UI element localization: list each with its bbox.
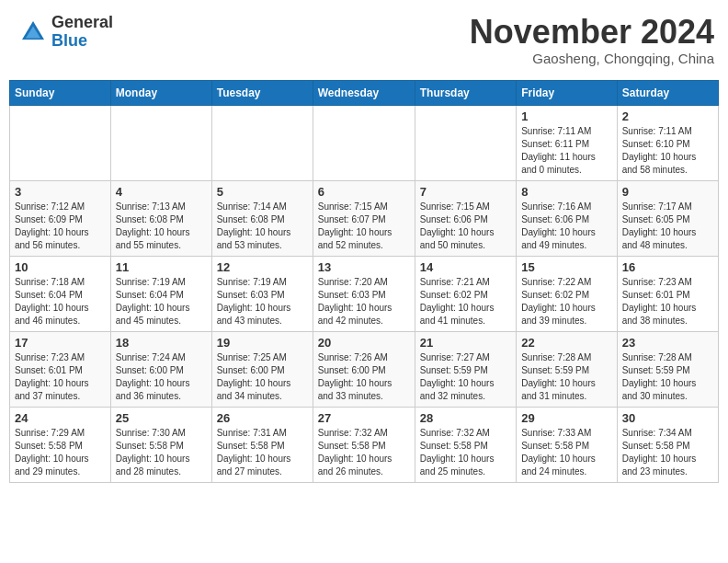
calendar-cell — [211, 105, 313, 180]
calendar-week-4: 17 Sunrise: 7:23 AMSunset: 6:01 PMDaylig… — [10, 331, 719, 407]
calendar-cell: 26 Sunrise: 7:31 AMSunset: 5:58 PMDaylig… — [211, 407, 313, 482]
calendar-cell: 17 Sunrise: 7:23 AMSunset: 6:01 PMDaylig… — [10, 331, 111, 407]
day-info: Sunrise: 7:14 AMSunset: 6:08 PMDaylight:… — [217, 201, 291, 250]
day-number: 28 — [420, 411, 511, 425]
day-number: 8 — [521, 185, 612, 199]
day-info: Sunrise: 7:28 AMSunset: 5:59 PMDaylight:… — [622, 352, 697, 401]
day-info: Sunrise: 7:24 AMSunset: 6:00 PMDaylight:… — [116, 352, 190, 401]
day-info: Sunrise: 7:15 AMSunset: 6:07 PMDaylight:… — [318, 201, 392, 250]
day-number: 23 — [622, 336, 713, 350]
day-info: Sunrise: 7:17 AMSunset: 6:05 PMDaylight:… — [622, 201, 697, 250]
month-title: November 2024 — [470, 14, 714, 51]
day-info: Sunrise: 7:32 AMSunset: 5:58 PMDaylight:… — [318, 428, 392, 477]
calendar-cell: 6 Sunrise: 7:15 AMSunset: 6:07 PMDayligh… — [313, 180, 415, 256]
day-info: Sunrise: 7:25 AMSunset: 6:00 PMDaylight:… — [217, 352, 291, 401]
calendar-cell: 25 Sunrise: 7:30 AMSunset: 5:58 PMDaylig… — [110, 407, 211, 482]
calendar-cell: 9 Sunrise: 7:17 AMSunset: 6:05 PMDayligh… — [617, 180, 718, 256]
day-info: Sunrise: 7:18 AMSunset: 6:04 PMDaylight:… — [15, 277, 89, 326]
calendar-cell: 27 Sunrise: 7:32 AMSunset: 5:58 PMDaylig… — [313, 407, 415, 482]
day-info: Sunrise: 7:34 AMSunset: 5:58 PMDaylight:… — [622, 428, 697, 477]
day-info: Sunrise: 7:31 AMSunset: 5:58 PMDaylight:… — [217, 428, 291, 477]
calendar-week-3: 10 Sunrise: 7:18 AMSunset: 6:04 PMDaylig… — [10, 256, 719, 331]
day-number: 10 — [15, 260, 106, 274]
calendar-cell: 19 Sunrise: 7:25 AMSunset: 6:00 PMDaylig… — [211, 331, 313, 407]
calendar-cell: 16 Sunrise: 7:23 AMSunset: 6:01 PMDaylig… — [617, 256, 718, 331]
day-number: 27 — [318, 411, 410, 425]
day-number: 7 — [420, 185, 511, 199]
calendar-cell: 14 Sunrise: 7:21 AMSunset: 6:02 PMDaylig… — [415, 256, 516, 331]
logo-general: General — [51, 14, 113, 32]
calendar-cell: 29 Sunrise: 7:33 AMSunset: 5:58 PMDaylig… — [517, 407, 618, 482]
calendar-cell — [110, 105, 211, 180]
day-info: Sunrise: 7:27 AMSunset: 5:59 PMDaylight:… — [420, 352, 495, 401]
day-number: 1 — [521, 109, 612, 123]
day-info: Sunrise: 7:21 AMSunset: 6:02 PMDaylight:… — [420, 277, 495, 326]
weekday-header-wednesday: Wednesday — [313, 80, 415, 105]
day-number: 11 — [116, 260, 207, 274]
day-number: 29 — [521, 411, 612, 425]
calendar-cell — [313, 105, 415, 180]
day-info: Sunrise: 7:11 AMSunset: 6:11 PMDaylight:… — [521, 126, 596, 175]
day-number: 13 — [318, 260, 410, 274]
logo-blue: Blue — [51, 32, 113, 51]
day-number: 21 — [420, 336, 511, 350]
calendar-cell: 10 Sunrise: 7:18 AMSunset: 6:04 PMDaylig… — [10, 256, 111, 331]
day-info: Sunrise: 7:32 AMSunset: 5:58 PMDaylight:… — [420, 428, 495, 477]
day-info: Sunrise: 7:11 AMSunset: 6:10 PMDaylight:… — [622, 126, 697, 175]
weekday-header-saturday: Saturday — [617, 80, 718, 105]
day-info: Sunrise: 7:26 AMSunset: 6:00 PMDaylight:… — [318, 352, 392, 401]
day-number: 5 — [217, 185, 308, 199]
title-area: November 2024 Gaosheng, Chongqing, China — [470, 14, 714, 66]
logo: General Blue — [18, 14, 113, 51]
calendar-cell: 22 Sunrise: 7:28 AMSunset: 5:59 PMDaylig… — [517, 331, 618, 407]
weekday-header-monday: Monday — [110, 80, 211, 105]
day-info: Sunrise: 7:12 AMSunset: 6:09 PMDaylight:… — [15, 201, 89, 250]
calendar-cell: 24 Sunrise: 7:29 AMSunset: 5:58 PMDaylig… — [10, 407, 111, 482]
calendar-cell: 30 Sunrise: 7:34 AMSunset: 5:58 PMDaylig… — [617, 407, 718, 482]
day-number: 12 — [217, 260, 308, 274]
weekday-header-friday: Friday — [517, 80, 618, 105]
calendar-cell: 15 Sunrise: 7:22 AMSunset: 6:02 PMDaylig… — [517, 256, 618, 331]
day-number: 24 — [15, 411, 106, 425]
calendar-cell: 2 Sunrise: 7:11 AMSunset: 6:10 PMDayligh… — [617, 105, 718, 180]
weekday-header-tuesday: Tuesday — [211, 80, 313, 105]
calendar-cell: 5 Sunrise: 7:14 AMSunset: 6:08 PMDayligh… — [211, 180, 313, 256]
day-number: 26 — [217, 411, 308, 425]
day-info: Sunrise: 7:29 AMSunset: 5:58 PMDaylight:… — [15, 428, 89, 477]
calendar-week-2: 3 Sunrise: 7:12 AMSunset: 6:09 PMDayligh… — [10, 180, 719, 256]
day-info: Sunrise: 7:20 AMSunset: 6:03 PMDaylight:… — [318, 277, 392, 326]
calendar-cell — [10, 105, 111, 180]
weekday-header-sunday: Sunday — [10, 80, 111, 105]
day-number: 4 — [116, 185, 207, 199]
calendar-cell: 23 Sunrise: 7:28 AMSunset: 5:59 PMDaylig… — [617, 331, 718, 407]
day-info: Sunrise: 7:22 AMSunset: 6:02 PMDaylight:… — [521, 277, 596, 326]
day-info: Sunrise: 7:30 AMSunset: 5:58 PMDaylight:… — [116, 428, 190, 477]
calendar-cell: 21 Sunrise: 7:27 AMSunset: 5:59 PMDaylig… — [415, 331, 516, 407]
day-number: 17 — [15, 336, 106, 350]
calendar-table: SundayMondayTuesdayWednesdayThursdayFrid… — [9, 80, 719, 483]
calendar-cell: 4 Sunrise: 7:13 AMSunset: 6:08 PMDayligh… — [110, 180, 211, 256]
day-number: 30 — [622, 411, 713, 425]
calendar-week-5: 24 Sunrise: 7:29 AMSunset: 5:58 PMDaylig… — [10, 407, 719, 482]
day-info: Sunrise: 7:28 AMSunset: 5:59 PMDaylight:… — [521, 352, 596, 401]
day-info: Sunrise: 7:19 AMSunset: 6:04 PMDaylight:… — [116, 277, 190, 326]
day-number: 22 — [521, 336, 612, 350]
day-number: 19 — [217, 336, 308, 350]
calendar-cell: 18 Sunrise: 7:24 AMSunset: 6:00 PMDaylig… — [110, 331, 211, 407]
calendar-cell: 13 Sunrise: 7:20 AMSunset: 6:03 PMDaylig… — [313, 256, 415, 331]
calendar-cell — [415, 105, 516, 180]
calendar-cell: 28 Sunrise: 7:32 AMSunset: 5:58 PMDaylig… — [415, 407, 516, 482]
day-number: 16 — [622, 260, 713, 274]
calendar-cell: 8 Sunrise: 7:16 AMSunset: 6:06 PMDayligh… — [517, 180, 618, 256]
day-info: Sunrise: 7:19 AMSunset: 6:03 PMDaylight:… — [217, 277, 291, 326]
calendar-week-1: 1 Sunrise: 7:11 AMSunset: 6:11 PMDayligh… — [10, 105, 719, 180]
calendar-cell: 12 Sunrise: 7:19 AMSunset: 6:03 PMDaylig… — [211, 256, 313, 331]
day-number: 9 — [622, 185, 713, 199]
weekday-header-thursday: Thursday — [415, 80, 516, 105]
calendar-cell: 7 Sunrise: 7:15 AMSunset: 6:06 PMDayligh… — [415, 180, 516, 256]
calendar-cell: 20 Sunrise: 7:26 AMSunset: 6:00 PMDaylig… — [313, 331, 415, 407]
logo-icon — [18, 17, 48, 47]
day-number: 18 — [116, 336, 207, 350]
day-number: 3 — [15, 185, 106, 199]
page-header: General Blue November 2024 Gaosheng, Cho… — [9, 9, 719, 71]
